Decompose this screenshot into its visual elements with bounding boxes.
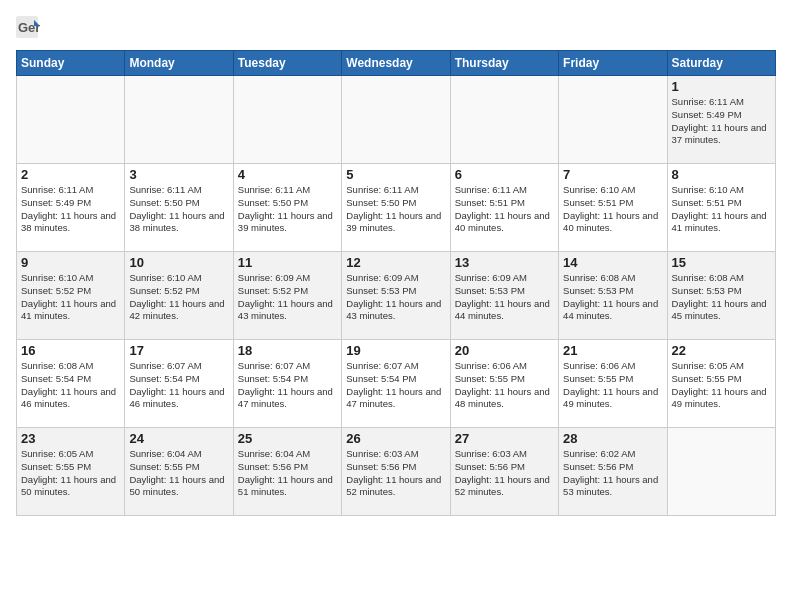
day-info: Sunrise: 6:10 AM Sunset: 5:51 PM Dayligh… xyxy=(672,184,771,235)
day-info: Sunrise: 6:03 AM Sunset: 5:56 PM Dayligh… xyxy=(346,448,445,499)
weekday-header-friday: Friday xyxy=(559,51,667,76)
day-number: 15 xyxy=(672,255,771,270)
day-info: Sunrise: 6:10 AM Sunset: 5:51 PM Dayligh… xyxy=(563,184,662,235)
logo: Gene xyxy=(16,16,44,44)
day-info: Sunrise: 6:03 AM Sunset: 5:56 PM Dayligh… xyxy=(455,448,554,499)
day-info: Sunrise: 6:10 AM Sunset: 5:52 PM Dayligh… xyxy=(21,272,120,323)
calendar-cell: 23Sunrise: 6:05 AM Sunset: 5:55 PM Dayli… xyxy=(17,428,125,516)
day-info: Sunrise: 6:08 AM Sunset: 5:53 PM Dayligh… xyxy=(672,272,771,323)
calendar-cell: 3Sunrise: 6:11 AM Sunset: 5:50 PM Daylig… xyxy=(125,164,233,252)
day-number: 8 xyxy=(672,167,771,182)
day-number: 21 xyxy=(563,343,662,358)
day-number: 19 xyxy=(346,343,445,358)
calendar-cell xyxy=(450,76,558,164)
day-info: Sunrise: 6:04 AM Sunset: 5:56 PM Dayligh… xyxy=(238,448,337,499)
calendar-cell: 17Sunrise: 6:07 AM Sunset: 5:54 PM Dayli… xyxy=(125,340,233,428)
day-number: 4 xyxy=(238,167,337,182)
day-number: 7 xyxy=(563,167,662,182)
calendar-cell: 2Sunrise: 6:11 AM Sunset: 5:49 PM Daylig… xyxy=(17,164,125,252)
day-number: 5 xyxy=(346,167,445,182)
day-info: Sunrise: 6:05 AM Sunset: 5:55 PM Dayligh… xyxy=(672,360,771,411)
calendar-cell: 21Sunrise: 6:06 AM Sunset: 5:55 PM Dayli… xyxy=(559,340,667,428)
day-number: 24 xyxy=(129,431,228,446)
calendar-cell: 19Sunrise: 6:07 AM Sunset: 5:54 PM Dayli… xyxy=(342,340,450,428)
page-header: Gene xyxy=(16,16,776,44)
weekday-header-sunday: Sunday xyxy=(17,51,125,76)
calendar-cell xyxy=(559,76,667,164)
day-info: Sunrise: 6:07 AM Sunset: 5:54 PM Dayligh… xyxy=(346,360,445,411)
calendar-week-row: 1Sunrise: 6:11 AM Sunset: 5:49 PM Daylig… xyxy=(17,76,776,164)
calendar-cell: 25Sunrise: 6:04 AM Sunset: 5:56 PM Dayli… xyxy=(233,428,341,516)
day-info: Sunrise: 6:11 AM Sunset: 5:50 PM Dayligh… xyxy=(129,184,228,235)
calendar-cell: 5Sunrise: 6:11 AM Sunset: 5:50 PM Daylig… xyxy=(342,164,450,252)
day-info: Sunrise: 6:11 AM Sunset: 5:50 PM Dayligh… xyxy=(238,184,337,235)
calendar-cell: 8Sunrise: 6:10 AM Sunset: 5:51 PM Daylig… xyxy=(667,164,775,252)
day-number: 10 xyxy=(129,255,228,270)
day-number: 6 xyxy=(455,167,554,182)
day-number: 17 xyxy=(129,343,228,358)
calendar-cell xyxy=(342,76,450,164)
calendar-week-row: 16Sunrise: 6:08 AM Sunset: 5:54 PM Dayli… xyxy=(17,340,776,428)
day-number: 28 xyxy=(563,431,662,446)
day-number: 2 xyxy=(21,167,120,182)
day-info: Sunrise: 6:07 AM Sunset: 5:54 PM Dayligh… xyxy=(238,360,337,411)
weekday-header-thursday: Thursday xyxy=(450,51,558,76)
calendar-cell: 6Sunrise: 6:11 AM Sunset: 5:51 PM Daylig… xyxy=(450,164,558,252)
calendar-cell: 27Sunrise: 6:03 AM Sunset: 5:56 PM Dayli… xyxy=(450,428,558,516)
day-info: Sunrise: 6:06 AM Sunset: 5:55 PM Dayligh… xyxy=(455,360,554,411)
weekday-header-row: SundayMondayTuesdayWednesdayThursdayFrid… xyxy=(17,51,776,76)
calendar-cell: 26Sunrise: 6:03 AM Sunset: 5:56 PM Dayli… xyxy=(342,428,450,516)
day-number: 20 xyxy=(455,343,554,358)
calendar-cell: 24Sunrise: 6:04 AM Sunset: 5:55 PM Dayli… xyxy=(125,428,233,516)
day-number: 18 xyxy=(238,343,337,358)
calendar-week-row: 9Sunrise: 6:10 AM Sunset: 5:52 PM Daylig… xyxy=(17,252,776,340)
calendar-cell: 12Sunrise: 6:09 AM Sunset: 5:53 PM Dayli… xyxy=(342,252,450,340)
day-info: Sunrise: 6:05 AM Sunset: 5:55 PM Dayligh… xyxy=(21,448,120,499)
weekday-header-wednesday: Wednesday xyxy=(342,51,450,76)
day-info: Sunrise: 6:08 AM Sunset: 5:54 PM Dayligh… xyxy=(21,360,120,411)
day-info: Sunrise: 6:11 AM Sunset: 5:49 PM Dayligh… xyxy=(672,96,771,147)
calendar-cell: 4Sunrise: 6:11 AM Sunset: 5:50 PM Daylig… xyxy=(233,164,341,252)
day-info: Sunrise: 6:06 AM Sunset: 5:55 PM Dayligh… xyxy=(563,360,662,411)
day-info: Sunrise: 6:09 AM Sunset: 5:53 PM Dayligh… xyxy=(455,272,554,323)
weekday-header-saturday: Saturday xyxy=(667,51,775,76)
day-number: 3 xyxy=(129,167,228,182)
calendar-week-row: 2Sunrise: 6:11 AM Sunset: 5:49 PM Daylig… xyxy=(17,164,776,252)
day-info: Sunrise: 6:04 AM Sunset: 5:55 PM Dayligh… xyxy=(129,448,228,499)
day-info: Sunrise: 6:07 AM Sunset: 5:54 PM Dayligh… xyxy=(129,360,228,411)
weekday-header-tuesday: Tuesday xyxy=(233,51,341,76)
day-number: 13 xyxy=(455,255,554,270)
day-info: Sunrise: 6:02 AM Sunset: 5:56 PM Dayligh… xyxy=(563,448,662,499)
calendar-cell: 15Sunrise: 6:08 AM Sunset: 5:53 PM Dayli… xyxy=(667,252,775,340)
day-number: 26 xyxy=(346,431,445,446)
day-info: Sunrise: 6:11 AM Sunset: 5:49 PM Dayligh… xyxy=(21,184,120,235)
day-number: 16 xyxy=(21,343,120,358)
calendar-table: SundayMondayTuesdayWednesdayThursdayFrid… xyxy=(16,50,776,516)
day-info: Sunrise: 6:10 AM Sunset: 5:52 PM Dayligh… xyxy=(129,272,228,323)
calendar-cell: 7Sunrise: 6:10 AM Sunset: 5:51 PM Daylig… xyxy=(559,164,667,252)
day-number: 22 xyxy=(672,343,771,358)
day-number: 9 xyxy=(21,255,120,270)
day-info: Sunrise: 6:08 AM Sunset: 5:53 PM Dayligh… xyxy=(563,272,662,323)
calendar-cell: 10Sunrise: 6:10 AM Sunset: 5:52 PM Dayli… xyxy=(125,252,233,340)
calendar-cell xyxy=(667,428,775,516)
calendar-cell: 11Sunrise: 6:09 AM Sunset: 5:52 PM Dayli… xyxy=(233,252,341,340)
day-info: Sunrise: 6:09 AM Sunset: 5:53 PM Dayligh… xyxy=(346,272,445,323)
calendar-cell xyxy=(17,76,125,164)
day-number: 23 xyxy=(21,431,120,446)
calendar-cell: 20Sunrise: 6:06 AM Sunset: 5:55 PM Dayli… xyxy=(450,340,558,428)
day-number: 12 xyxy=(346,255,445,270)
svg-text:Gene: Gene xyxy=(18,20,40,35)
calendar-cell: 9Sunrise: 6:10 AM Sunset: 5:52 PM Daylig… xyxy=(17,252,125,340)
day-number: 27 xyxy=(455,431,554,446)
calendar-cell: 18Sunrise: 6:07 AM Sunset: 5:54 PM Dayli… xyxy=(233,340,341,428)
day-info: Sunrise: 6:11 AM Sunset: 5:51 PM Dayligh… xyxy=(455,184,554,235)
calendar-cell xyxy=(233,76,341,164)
calendar-cell: 22Sunrise: 6:05 AM Sunset: 5:55 PM Dayli… xyxy=(667,340,775,428)
calendar-cell: 14Sunrise: 6:08 AM Sunset: 5:53 PM Dayli… xyxy=(559,252,667,340)
day-number: 14 xyxy=(563,255,662,270)
calendar-cell: 16Sunrise: 6:08 AM Sunset: 5:54 PM Dayli… xyxy=(17,340,125,428)
calendar-cell xyxy=(125,76,233,164)
weekday-header-monday: Monday xyxy=(125,51,233,76)
calendar-week-row: 23Sunrise: 6:05 AM Sunset: 5:55 PM Dayli… xyxy=(17,428,776,516)
